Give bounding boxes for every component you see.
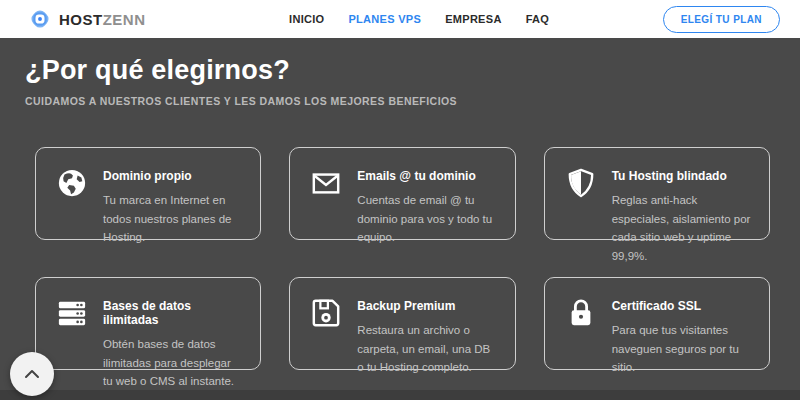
card-description: Para que tus visitantes naveguen seguros… bbox=[612, 321, 751, 377]
next-section-edge bbox=[0, 390, 800, 400]
benefit-card-certificado-ssl: Certificado SSL Para que tus visitantes … bbox=[544, 277, 770, 370]
card-title: Backup Premium bbox=[357, 299, 496, 313]
lock-icon bbox=[566, 297, 596, 369]
floppy-disk-icon bbox=[311, 297, 341, 369]
card-title: Bases de datos ilimitadas bbox=[103, 299, 242, 327]
globe-icon bbox=[57, 167, 87, 239]
card-text: Certificado SSL Para que tus visitantes … bbox=[612, 297, 751, 369]
main-nav: INICIO PLANES VPS EMPRESA FAQ bbox=[176, 13, 663, 25]
nav-item-faq[interactable]: FAQ bbox=[526, 13, 550, 25]
envelope-icon bbox=[311, 167, 341, 239]
card-text: Tu Hosting blindado Reglas anti-hack esp… bbox=[612, 167, 751, 239]
card-description: Reglas anti-hack especiales, aislamiento… bbox=[612, 191, 751, 266]
card-description: Obtén bases de datos ilimitadas para des… bbox=[103, 335, 242, 391]
card-title: Tu Hosting blindado bbox=[612, 169, 751, 183]
choose-plan-button[interactable]: ELEGÍ TU PLAN bbox=[663, 6, 780, 33]
benefit-card-dominio-propio: Dominio propio Tu marca en Internet en t… bbox=[35, 147, 261, 240]
card-text: Emails @ tu dominio Cuentas de email @ t… bbox=[357, 167, 496, 239]
shield-icon bbox=[566, 167, 596, 239]
card-title: Emails @ tu dominio bbox=[357, 169, 496, 183]
card-description: Restaura un archivo o carpeta, un email,… bbox=[357, 321, 496, 377]
benefit-card-backup-premium: Backup Premium Restaura un archivo o car… bbox=[289, 277, 515, 370]
nav-item-empresa[interactable]: EMPRESA bbox=[445, 13, 502, 25]
card-title: Dominio propio bbox=[103, 169, 242, 183]
brand-logo[interactable]: HOSTZENN bbox=[28, 7, 146, 31]
nav-item-inicio[interactable]: INICIO bbox=[289, 13, 324, 25]
benefits-section: ¿Por qué elegirnos? CUIDAMOS A NUESTROS … bbox=[0, 38, 800, 390]
card-title: Certificado SSL bbox=[612, 299, 751, 313]
benefit-card-emails: Emails @ tu dominio Cuentas de email @ t… bbox=[289, 147, 515, 240]
benefit-card-hosting-blindado: Tu Hosting blindado Reglas anti-hack esp… bbox=[544, 147, 770, 240]
card-text: Backup Premium Restaura un archivo o car… bbox=[357, 297, 496, 369]
benefit-card-bases-de-datos: Bases de datos ilimitadas Obtén bases de… bbox=[35, 277, 261, 370]
hostzenn-logo-icon bbox=[28, 7, 52, 31]
card-text: Bases de datos ilimitadas Obtén bases de… bbox=[103, 297, 242, 369]
card-description: Cuentas de email @ tu dominio para vos y… bbox=[357, 191, 496, 247]
database-icon bbox=[57, 297, 87, 369]
chevron-up-icon bbox=[24, 367, 40, 382]
top-navigation-bar: HOSTZENN INICIO PLANES VPS EMPRESA FAQ E… bbox=[0, 0, 800, 38]
card-description: Tu marca en Internet en todos nuestros p… bbox=[103, 191, 242, 247]
section-subtitle: CUIDAMOS A NUESTROS CLIENTES Y LES DAMOS… bbox=[25, 95, 775, 107]
brand-name: HOSTZENN bbox=[59, 11, 146, 28]
scroll-to-top-button[interactable] bbox=[10, 352, 54, 396]
nav-item-planes-vps[interactable]: PLANES VPS bbox=[348, 13, 421, 25]
section-title: ¿Por qué elegirnos? bbox=[25, 55, 775, 86]
benefit-cards-grid: Dominio propio Tu marca en Internet en t… bbox=[35, 147, 770, 370]
card-text: Dominio propio Tu marca en Internet en t… bbox=[103, 167, 242, 239]
